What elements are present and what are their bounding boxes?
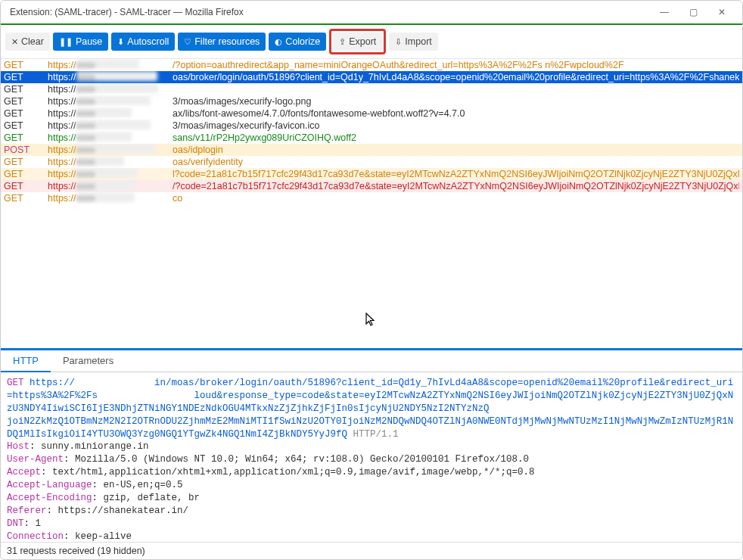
filter-button[interactable]: ♡Filter resources — [178, 33, 266, 51]
clear-icon: ✕ — [11, 35, 18, 48]
request-row[interactable]: POSThttps://xxxxoas/idplogin — [1, 144, 742, 156]
request-row[interactable]: GEThttps://xxxxax/libs/font-awesome/4.7.… — [1, 107, 742, 120]
import-button[interactable]: ⇩Import — [389, 33, 437, 51]
colorize-icon: ◐ — [275, 35, 282, 48]
pause-icon: ❚❚ — [59, 35, 73, 48]
detail-pane[interactable]: GET https:// in/moas/broker/login/oauth/… — [1, 372, 742, 542]
download-icon: ⬇ — [117, 35, 124, 48]
import-label: Import — [405, 35, 431, 48]
toolbar: ✕Clear ❚❚Pause ⬇Autoscroll ♡Filter resou… — [1, 25, 742, 59]
export-icon: ⇪ — [339, 35, 346, 48]
window-title: Extension: (SAML-tracer) - SAML-tracer —… — [7, 7, 650, 17]
minimize-button[interactable]: — — [650, 2, 679, 23]
request-row[interactable]: GEThttps://xxxxco — [1, 192, 742, 204]
pause-button[interactable]: ❚❚Pause — [53, 33, 108, 51]
colorize-button[interactable]: ◐Colorize — [269, 33, 326, 51]
request-row[interactable]: GEThttps://xxxxsans/v11/rP2Hp2ywxg089Uri… — [1, 132, 742, 144]
pause-label: Pause — [76, 35, 102, 48]
tab-http[interactable]: HTTP — [1, 350, 51, 372]
export-label: Export — [349, 35, 376, 48]
tab-parameters[interactable]: Parameters — [51, 350, 126, 372]
filter-label: Filter resources — [194, 35, 260, 48]
cursor-icon — [1, 294, 742, 347]
request-row[interactable]: GEThttps://xxxxoas/verifyidentity — [1, 156, 742, 168]
window-titlebar: Extension: (SAML-tracer) - SAML-tracer —… — [1, 1, 742, 23]
request-row[interactable]: GEThttps://xxxx/?code=21a81c7b15f717cfc2… — [1, 180, 742, 192]
maximize-button[interactable]: ▢ — [679, 2, 707, 23]
colorize-label: Colorize — [285, 35, 320, 48]
request-row[interactable]: GEThttps://xxxxl?code=21a81c7b15f717cfc2… — [1, 168, 742, 180]
request-row[interactable]: GEThttps://xxxx3/moas/images/xecurify-lo… — [1, 95, 742, 107]
autoscroll-label: Autoscroll — [127, 35, 169, 48]
import-icon: ⇩ — [395, 35, 402, 48]
detail-tabs: HTTP Parameters — [1, 348, 742, 372]
export-button[interactable]: ⇪Export — [333, 33, 382, 51]
request-row[interactable]: GEThttps://xxxxoas/broker/login/oauth/51… — [1, 71, 742, 83]
request-list[interactable]: GEThttps://xxxx/?option=oauthredirect&ap… — [1, 59, 742, 294]
request-row[interactable]: GEThttps://xxxx/?option=oauthredirect&ap… — [1, 59, 742, 71]
export-highlight: ⇪Export — [329, 29, 386, 54]
filter-icon: ♡ — [184, 35, 191, 48]
clear-label: Clear — [21, 35, 44, 48]
status-bar: 31 requests received (19 hidden) — [1, 542, 742, 559]
autoscroll-button[interactable]: ⬇Autoscroll — [111, 33, 175, 51]
close-button[interactable]: ✕ — [707, 2, 736, 23]
clear-button[interactable]: ✕Clear — [5, 33, 50, 51]
request-row[interactable]: GEThttps://xxxx3/moas/images/xecurify-fa… — [1, 120, 742, 132]
request-row[interactable]: GEThttps://xxxx — [1, 83, 742, 95]
